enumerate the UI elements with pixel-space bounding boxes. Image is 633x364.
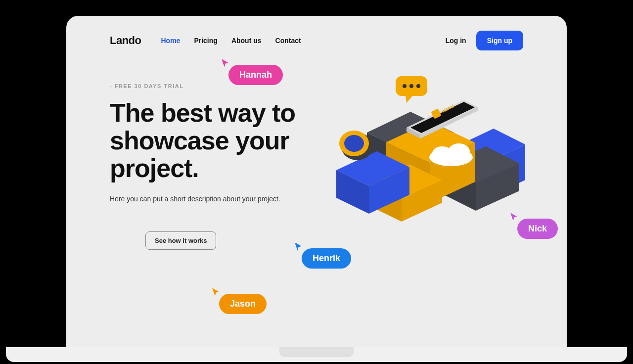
speech-bubble-icon	[396, 76, 427, 103]
laptop-base	[6, 347, 627, 362]
nav-link-contact[interactable]: Contact	[275, 37, 301, 45]
see-how-button[interactable]: See how it works	[145, 231, 216, 250]
svg-point-25	[344, 135, 364, 152]
svg-marker-1	[406, 96, 412, 103]
laptop-frame: Lando Home Pricing About us Contact Log …	[66, 16, 567, 347]
header: Lando Home Pricing About us Contact Log …	[110, 16, 523, 53]
hero-copy: - FREE 30 DAYS TRIAL The best way to sho…	[110, 83, 316, 250]
hero-subtitle: Here you can put a short description abo…	[110, 195, 316, 203]
nav: Home Pricing About us Contact	[161, 37, 301, 45]
header-right: Log in Sign up	[446, 31, 523, 50]
hero-eyebrow: - FREE 30 DAYS TRIAL	[110, 83, 316, 89]
svg-point-2	[403, 84, 407, 88]
laptop-notch	[279, 347, 354, 357]
brand-logo[interactable]: Lando	[110, 34, 141, 47]
nav-link-pricing[interactable]: Pricing	[194, 37, 217, 45]
page: Lando Home Pricing About us Contact Log …	[66, 16, 567, 347]
svg-point-4	[416, 84, 420, 88]
header-left: Lando Home Pricing About us Contact	[110, 34, 301, 47]
nav-link-home[interactable]: Home	[161, 37, 181, 45]
hero: - FREE 30 DAYS TRIAL The best way to sho…	[110, 53, 523, 250]
hero-illustration: uizard	[316, 83, 523, 250]
svg-point-34	[448, 143, 470, 159]
signup-button[interactable]: Sign up	[476, 31, 523, 50]
login-link[interactable]: Log in	[446, 37, 466, 45]
hero-title: The best way to showcase your project.	[110, 99, 316, 182]
svg-point-3	[409, 84, 413, 88]
isometric-graphic: uizard	[321, 73, 529, 251]
nav-link-about[interactable]: About us	[231, 37, 262, 45]
